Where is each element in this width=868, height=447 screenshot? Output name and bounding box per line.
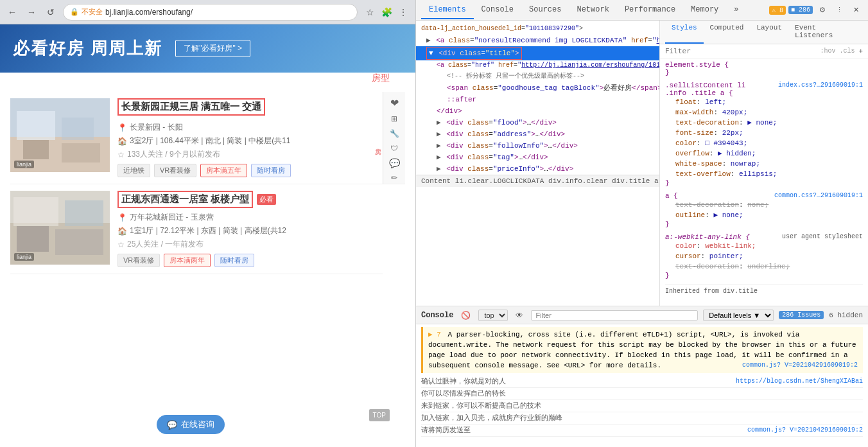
insecure-label: 不安全 bbox=[82, 7, 103, 17]
console-text-3: 来到链家，你可以不断提高自己的技术 bbox=[421, 400, 863, 412]
settings-button[interactable]: ⚙ bbox=[815, 4, 829, 16]
banner: 必看好房 周周上新 了解"必看好房" > bbox=[0, 24, 415, 73]
browser-actions: ☆ 🧩 ⋮ bbox=[363, 5, 410, 19]
style-source-2[interactable]: common.css?…291609019:1 bbox=[774, 192, 863, 199]
dom-line-11[interactable]: ▶ <div class="tag">…</div> bbox=[416, 152, 659, 163]
listing-image-2[interactable]: lianjia bbox=[10, 191, 110, 265]
tag-subway: 近地铁 bbox=[117, 164, 150, 177]
page-content: 必看好房 周周上新 了解"必看好房" > 房型 bbox=[0, 24, 415, 447]
tag-vr: VR看装修 bbox=[154, 164, 196, 177]
listing-title-2[interactable]: 正规东西通透一居室 板楼户型 bbox=[117, 191, 253, 208]
refresh-button[interactable]: ↺ bbox=[44, 5, 58, 19]
browser-panel: ← → ↺ 🔒 不安全 bj.lianjia.com/ershoufang/ ☆… bbox=[0, 0, 416, 447]
compare-icon[interactable]: ⊞ bbox=[385, 113, 404, 124]
console-panel: Console 🚫 top 👁 Default levels ▼ 286 Iss… bbox=[416, 306, 868, 447]
console-tab-label: Console bbox=[421, 311, 453, 320]
menu-button[interactable]: ⋮ bbox=[396, 5, 410, 19]
tag-house-age-2: 房本满两年 bbox=[164, 254, 211, 267]
styles-tabs: Styles Computed Layout Event Listeners bbox=[660, 21, 868, 44]
tools-icon[interactable]: 🔧 bbox=[385, 128, 404, 139]
console-level-select[interactable]: Default levels ▼ bbox=[703, 310, 774, 321]
inherited-section-header: Inherited from div.title bbox=[665, 285, 863, 296]
must-see-badge: 必看 bbox=[257, 194, 276, 205]
svg-rect-5 bbox=[62, 143, 100, 162]
svg-rect-9 bbox=[65, 200, 103, 226]
listing-title-row-2: 正规东西通透一居室 板楼户型 必看 bbox=[117, 191, 383, 208]
dom-line-5[interactable]: <span class="goodhouse_tag tagBlock">必看好… bbox=[416, 82, 659, 94]
top-button[interactable]: TOP bbox=[369, 409, 390, 421]
listing-details-2: 🏠 1室1厅 | 72.12平米 | 东西 | 简装 | 高楼层(共12 bbox=[117, 225, 383, 236]
extensions-button[interactable]: 🧩 bbox=[379, 5, 394, 19]
style-rule-title-a: index.css?…291609019:1 .sellListContent … bbox=[665, 82, 863, 187]
dom-line-12[interactable]: ▶ <div class="priceInfo">…</div> bbox=[416, 163, 659, 175]
dom-line-2-selected[interactable]: ▼ <div class="title"> bbox=[416, 46, 659, 60]
listings-container: lianjia 长景新园正规三居 满五唯一 交通 📍 长景新园 - 长阳 🏠 3… bbox=[0, 87, 415, 279]
styles-tab-event-listeners[interactable]: Event Listeners bbox=[788, 21, 863, 44]
tab-memory[interactable]: Memory bbox=[683, 1, 726, 19]
tab-performance[interactable]: Performance bbox=[617, 1, 683, 19]
styles-panel: Styles Computed Layout Event Listeners :… bbox=[660, 21, 868, 306]
dom-line-7[interactable]: </div> bbox=[416, 105, 659, 117]
console-issues-badge[interactable]: 286 Issues bbox=[779, 311, 824, 319]
watermark-1: lianjia bbox=[14, 161, 34, 168]
dom-line-10[interactable]: ▶ <div class="followInfo">…</div> bbox=[416, 140, 659, 152]
console-context-select[interactable]: top bbox=[478, 310, 508, 321]
styles-content: element.style { } index.css?…291609019:1… bbox=[660, 58, 868, 306]
console-content: ▶ 7 A parser-blocking, cross site (i.e. … bbox=[416, 324, 868, 447]
listing-card-2: lianjia 正规东西通透一居室 板楼户型 必看 📍 万年花城新回迁 - 玉泉… bbox=[10, 184, 383, 274]
console-eye-button[interactable]: 👁 bbox=[513, 310, 526, 321]
styles-tab-layout[interactable]: Layout bbox=[750, 21, 788, 44]
dock-button[interactable]: ⋮ bbox=[832, 4, 847, 16]
console-source-2[interactable]: common.js? V=202104291609019:2 bbox=[747, 425, 863, 435]
dom-line-9[interactable]: ▶ <div class="address">…</div> bbox=[416, 128, 659, 140]
console-warning: ▶ 7 A parser-blocking, cross site (i.e. … bbox=[421, 327, 863, 373]
console-text-4: 加入链家，加入贝壳，成就房产行业新的巅峰 bbox=[421, 412, 863, 425]
chat-button[interactable]: 💬 在线咨询 bbox=[157, 415, 225, 434]
listing-image-1[interactable]: lianjia bbox=[10, 98, 110, 172]
console-clear-button[interactable]: 🚫 bbox=[458, 310, 473, 321]
dom-breadcrumb: Content li.clear.LOGCLICKDATA div.info.c… bbox=[416, 175, 659, 187]
styles-tab-computed[interactable]: Computed bbox=[704, 21, 751, 44]
style-rule-a: common.css?…291609019:1 a { text-decorat… bbox=[665, 192, 863, 228]
edit-icon[interactable]: ✏ bbox=[385, 173, 404, 184]
filter-input[interactable] bbox=[665, 47, 816, 55]
dom-line-6[interactable]: ::after bbox=[416, 94, 659, 105]
dom-line-4[interactable]: <!-- 拆分标签 只留一个优先级最高的标签--> bbox=[416, 71, 659, 82]
console-text-2: 你可以尽情发挥自己的特长 bbox=[421, 388, 863, 400]
forward-button[interactable]: → bbox=[24, 5, 39, 19]
console-filter-input[interactable] bbox=[531, 310, 698, 320]
back-button[interactable]: ← bbox=[5, 5, 19, 19]
tab-more[interactable]: » bbox=[726, 1, 746, 19]
watermark-2: lianjia bbox=[14, 253, 34, 261]
banner-button[interactable]: 了解"必看好房" > bbox=[175, 40, 250, 57]
close-devtools-button[interactable]: ✕ bbox=[849, 4, 863, 16]
dom-line-1[interactable]: ▶ <a class="noresultRecommend img LOGCLI… bbox=[416, 35, 659, 46]
tab-console[interactable]: Console bbox=[474, 1, 521, 19]
console-text-1: https://blog.csdn.net/ShengXIABai 确认过眼神，… bbox=[421, 376, 863, 388]
style-source-3: user agent stylesheet bbox=[782, 233, 863, 240]
dom-line-0[interactable]: data-lj_action_housedel_id="101108397290… bbox=[416, 23, 659, 35]
styles-tab-styles[interactable]: Styles bbox=[665, 21, 704, 44]
tab-elements[interactable]: Elements bbox=[421, 1, 474, 19]
devtools-main: data-lj_action_housedel_id="101108397290… bbox=[416, 21, 868, 306]
console-warning-source[interactable]: common.js? V=202104291609019:2 bbox=[742, 360, 858, 371]
console-source-1[interactable]: https://blog.csdn.net/ShengXIABai bbox=[736, 376, 863, 387]
listing-title-1[interactable]: 长景新园正规三居 满五唯一 交通 bbox=[117, 98, 265, 116]
style-rule-webkit: user agent stylesheet a:-webkit-any-link… bbox=[665, 233, 863, 279]
dom-line-3[interactable]: <a class="href" href="http://bj.lianjia.… bbox=[416, 60, 659, 71]
shield-icon[interactable]: 🛡 bbox=[385, 143, 404, 153]
address-bar[interactable]: 🔒 不安全 bj.lianjia.com/ershoufang/ bbox=[63, 4, 358, 21]
favorite-icon[interactable]: ❤ bbox=[385, 97, 404, 109]
star-button[interactable]: ☆ bbox=[363, 5, 377, 19]
right-icons: ❤ ⊞ 🔧 🛡 💬 ✏ bbox=[383, 92, 405, 184]
browser-chrome: ← → ↺ 🔒 不安全 bj.lianjia.com/ershoufang/ ☆… bbox=[0, 0, 415, 24]
dom-line-8[interactable]: ▶ <div class="flood">…</div> bbox=[416, 117, 659, 128]
tab-sources[interactable]: Sources bbox=[521, 1, 569, 19]
add-style-icon[interactable]: + bbox=[858, 48, 863, 55]
tab-network[interactable]: Network bbox=[569, 1, 616, 19]
service-icon[interactable]: 💬 bbox=[385, 158, 404, 169]
tag-vr-2: VR看装修 bbox=[117, 254, 160, 267]
style-source-1[interactable]: index.css?…291609019:1 bbox=[778, 82, 863, 89]
svg-rect-10 bbox=[17, 226, 49, 252]
warning-icon: ▶ 7 bbox=[428, 331, 441, 338]
